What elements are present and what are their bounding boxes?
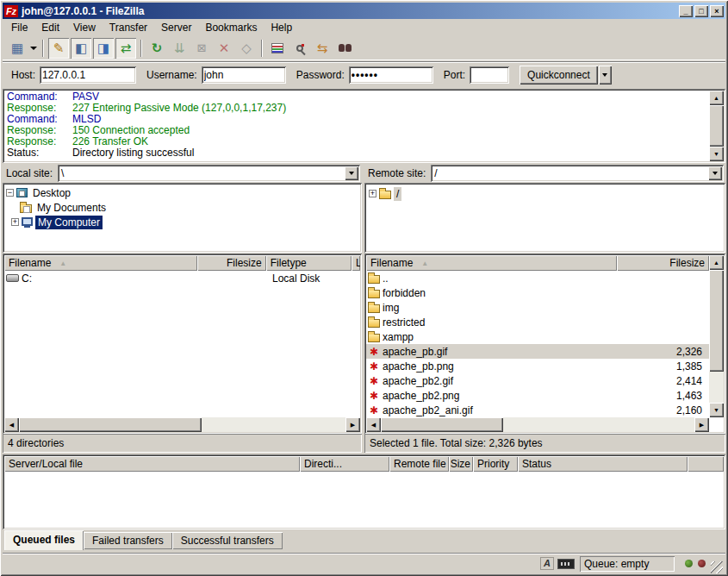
- password-input[interactable]: [349, 66, 433, 84]
- file-row-c-drive[interactable]: C: Local Disk: [4, 271, 360, 285]
- filter-button[interactable]: [267, 38, 288, 59]
- resize-grip[interactable]: [711, 561, 723, 573]
- tab-failed-transfers[interactable]: Failed transfers: [84, 532, 172, 549]
- log-scrollbar[interactable]: ▲ ▼: [709, 91, 724, 161]
- column-header-priority[interactable]: Priority: [473, 456, 518, 472]
- scroll-right-button[interactable]: ▶: [345, 417, 360, 432]
- remote-site-label: Remote site:: [364, 167, 431, 179]
- scroll-left-button[interactable]: ◀: [4, 417, 19, 432]
- folder-icon: [368, 304, 380, 313]
- message-log-lines: Command:PASV Response:227 Entering Passi…: [4, 91, 708, 161]
- menu-transfer[interactable]: Transfer: [103, 20, 154, 35]
- my-documents-icon: [20, 204, 32, 213]
- synchronized-browsing-button[interactable]: [334, 38, 355, 59]
- remote-list-hscrollbar[interactable]: ◀ ▶: [366, 417, 709, 432]
- column-header-filetype[interactable]: Filetype: [266, 255, 352, 271]
- site-manager-dropdown[interactable]: [28, 38, 39, 59]
- cancel-operation-button[interactable]: ⊠: [191, 38, 212, 59]
- tree-item-my-documents[interactable]: My Documents: [6, 200, 362, 215]
- column-header-status[interactable]: Status: [518, 456, 688, 472]
- tree-item-my-computer[interactable]: My Computer: [6, 215, 362, 229]
- column-header-filename[interactable]: Filename▲: [366, 255, 617, 271]
- local-list-hscrollbar[interactable]: ◀ ▶: [4, 417, 360, 432]
- collapse-icon[interactable]: [6, 189, 14, 197]
- quickconnect-button[interactable]: Quickconnect: [520, 66, 598, 85]
- combo-dropdown-button[interactable]: [345, 166, 358, 180]
- scroll-down-button[interactable]: ▼: [709, 403, 724, 417]
- remote-list-vscrollbar[interactable]: ▲ ▼: [709, 255, 724, 417]
- expand-icon[interactable]: [369, 190, 376, 197]
- menu-file[interactable]: File: [4, 20, 34, 35]
- column-header-filesize[interactable]: Filesize: [617, 255, 709, 271]
- quickconnect-dropdown[interactable]: [599, 66, 612, 85]
- cancel-icon: ⊠: [197, 41, 207, 54]
- tab-queued-files[interactable]: Queued files: [4, 530, 84, 550]
- title-bar[interactable]: Fz john@127.0.0.1 - FileZilla _ □ ×: [3, 3, 725, 19]
- scroll-up-button[interactable]: ▲: [709, 91, 724, 105]
- toggle-remote-tree-button[interactable]: ◨: [93, 38, 114, 59]
- maximize-button[interactable]: □: [694, 5, 708, 17]
- image-file-icon: ✱: [368, 347, 380, 357]
- site-manager-button[interactable]: ▦: [7, 38, 28, 59]
- file-row[interactable]: forbidden: [366, 285, 709, 300]
- file-row[interactable]: restricted: [366, 315, 709, 329]
- minimize-button[interactable]: _: [679, 5, 693, 17]
- scroll-down-button[interactable]: ▼: [709, 147, 724, 161]
- column-header-filesize[interactable]: Filesize: [197, 255, 265, 271]
- local-site-bar: Local site: \: [3, 164, 362, 183]
- scroll-right-button[interactable]: ▶: [694, 417, 709, 432]
- find-files-button[interactable]: [289, 38, 310, 59]
- menu-server[interactable]: Server: [154, 20, 198, 35]
- remote-selection-status: Selected 1 file. Total size: 2,326 bytes: [364, 434, 725, 453]
- menu-view[interactable]: View: [66, 20, 103, 35]
- reconnect-button[interactable]: ◇: [236, 38, 257, 59]
- directory-comparison-button[interactable]: ⇆: [312, 38, 333, 59]
- file-row[interactable]: ✱apache_pb2.png1,463: [366, 388, 709, 403]
- refresh-button[interactable]: ↻: [146, 38, 167, 59]
- column-header-last-modified[interactable]: L: [352, 255, 360, 271]
- scrollbar-thumb[interactable]: [381, 417, 503, 432]
- menu-edit[interactable]: Edit: [34, 20, 66, 35]
- encryption-status-icon[interactable]: [557, 559, 575, 569]
- tree-item-desktop[interactable]: Desktop: [6, 185, 362, 200]
- host-label: Host:: [11, 69, 35, 81]
- toggle-queue-button[interactable]: ⇄: [115, 38, 136, 59]
- file-row-selected[interactable]: ✱apache_pb.gif2,326: [366, 344, 709, 359]
- file-row[interactable]: ✱apache_pb.png1,385: [366, 359, 709, 373]
- file-row[interactable]: xampp: [366, 329, 709, 344]
- toggle-local-tree-button[interactable]: ◧: [71, 38, 91, 59]
- menu-bookmarks[interactable]: Bookmarks: [198, 20, 264, 35]
- scrollbar-thumb[interactable]: [709, 105, 724, 147]
- port-input[interactable]: [470, 66, 509, 84]
- host-input[interactable]: [40, 66, 136, 84]
- file-row[interactable]: img: [366, 300, 709, 315]
- username-input[interactable]: [202, 66, 286, 84]
- scroll-left-button[interactable]: ◀: [366, 417, 381, 432]
- transfer-type-icon[interactable]: A: [540, 557, 554, 570]
- column-header-remote-file[interactable]: Remote file: [389, 456, 449, 472]
- expand-icon[interactable]: [11, 218, 19, 226]
- scrollbar-thumb[interactable]: [709, 270, 724, 372]
- disconnect-button[interactable]: ✕: [214, 38, 234, 59]
- local-site-combobox[interactable]: \: [58, 165, 360, 182]
- close-button[interactable]: ×: [710, 5, 724, 17]
- tab-successful-transfers[interactable]: Successful transfers: [172, 532, 283, 549]
- column-header-filename[interactable]: Filename▲: [4, 255, 197, 271]
- tree-item-root[interactable]: /: [369, 186, 725, 201]
- scrollbar-thumb[interactable]: [19, 417, 202, 432]
- column-header-size[interactable]: Size: [449, 456, 473, 472]
- remote-site-combobox[interactable]: /: [431, 165, 724, 182]
- column-header-server-local-file[interactable]: Server/Local file: [4, 456, 300, 472]
- process-queue-button[interactable]: ⇊: [169, 38, 190, 59]
- menu-help[interactable]: Help: [264, 20, 299, 35]
- toggle-message-log-button[interactable]: ✎: [48, 38, 69, 59]
- column-header-direction[interactable]: Directi...: [300, 456, 389, 472]
- file-row[interactable]: ✱apache_pb2_ani.gif2,160: [366, 403, 709, 417]
- toolbar-separator: [140, 40, 142, 57]
- sort-ascending-icon: ▲: [59, 260, 66, 267]
- file-row[interactable]: ✱apache_pb2.gif2,414: [366, 373, 709, 388]
- local-list-header: Filename▲ Filesize Filetype L: [4, 255, 360, 271]
- scroll-up-button[interactable]: ▲: [709, 255, 724, 270]
- file-row[interactable]: ..: [366, 271, 709, 285]
- combo-dropdown-button[interactable]: [708, 166, 722, 180]
